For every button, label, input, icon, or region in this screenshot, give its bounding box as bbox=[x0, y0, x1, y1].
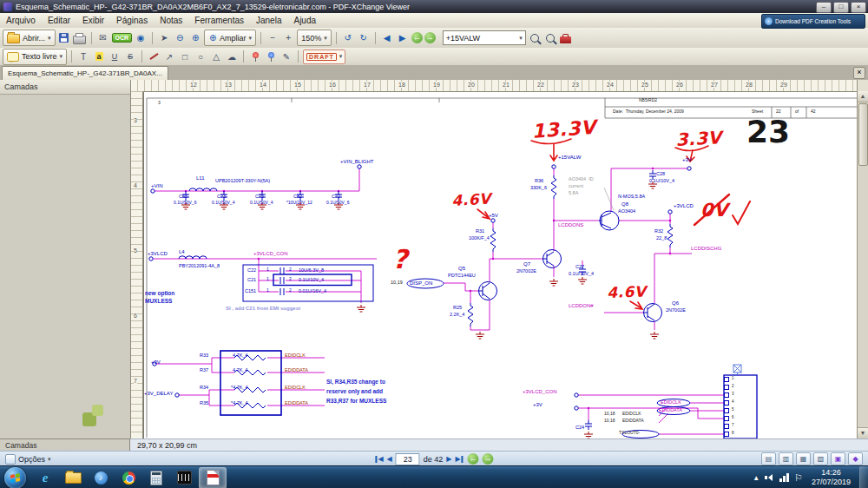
polygon-tool-button[interactable]: △ bbox=[209, 49, 223, 63]
separator bbox=[152, 32, 153, 44]
document-tab[interactable]: Esquema_Schematic_HP-_G42-371BR_DA0AX... bbox=[2, 66, 168, 80]
email-button[interactable]: ✉ bbox=[96, 31, 110, 45]
zoom-percent-dropdown[interactable]: 150% ▾ bbox=[297, 30, 332, 46]
document-canvas[interactable]: NB5/RD2Date: Thursday, December 24, 2009… bbox=[142, 91, 858, 439]
page-number-input[interactable]: 23 bbox=[396, 453, 420, 465]
menu-páginas[interactable]: Páginas bbox=[110, 15, 154, 26]
tab-close-button[interactable]: × bbox=[853, 67, 865, 79]
menu-exibir[interactable]: Exibir bbox=[76, 15, 110, 26]
next-view-button[interactable]: → bbox=[483, 453, 494, 465]
vertical-scrollbar[interactable]: ▲ ▼ bbox=[857, 91, 868, 439]
options-label: Opções bbox=[18, 455, 45, 464]
blue-pin-button[interactable] bbox=[264, 49, 278, 63]
hruler-number: 12 bbox=[189, 82, 198, 88]
menu-notas[interactable]: Notas bbox=[154, 15, 188, 26]
continuous-layout-button[interactable]: ▥ bbox=[779, 452, 793, 465]
select-tool-button[interactable]: ➤ bbox=[157, 31, 171, 45]
rotate-right-button[interactable]: ↻ bbox=[357, 31, 371, 45]
hidden-icons-button[interactable]: ▲ bbox=[753, 474, 760, 482]
action-center-flag-icon[interactable]: ⚐ bbox=[794, 472, 803, 484]
facing-layout-button[interactable]: ▦ bbox=[796, 452, 811, 465]
free-text-button[interactable]: Texto livre ▾ bbox=[3, 49, 67, 65]
network-icon[interactable] bbox=[779, 473, 789, 482]
arrow-tool-button[interactable]: ↗ bbox=[162, 49, 176, 63]
print-button[interactable] bbox=[73, 31, 87, 45]
history-back-button[interactable]: ← bbox=[411, 32, 423, 43]
save-button[interactable] bbox=[57, 31, 71, 45]
taskbar-chrome[interactable] bbox=[115, 468, 141, 488]
zoom-increase-button[interactable]: + bbox=[281, 31, 295, 45]
search-input[interactable]: +15VALW ▾ bbox=[443, 30, 526, 45]
promo-text: Download PDF Creation Tools bbox=[775, 18, 851, 24]
system-tray: ▲ ⚐ 14:26 27/07/2019 bbox=[753, 466, 868, 488]
minimize-button[interactable]: – bbox=[816, 2, 832, 13]
menu-editar[interactable]: Editar bbox=[42, 15, 76, 26]
previous-view-button[interactable]: ◀ bbox=[380, 31, 394, 45]
schematic-label: +3V_DELAY bbox=[144, 391, 173, 397]
schematic-label: C82 bbox=[293, 194, 302, 199]
menu-ferramentas[interactable]: Ferramentas bbox=[188, 15, 250, 26]
schematic-label: 2N7002E bbox=[666, 307, 686, 313]
rectangle-tool-button[interactable]: □ bbox=[178, 49, 192, 63]
first-page-button[interactable]: ◀ bbox=[374, 455, 383, 463]
folder-icon bbox=[65, 472, 82, 484]
next-view-button[interactable]: ▶ bbox=[396, 31, 410, 45]
scroll-up-button[interactable]: ▲ bbox=[858, 91, 868, 102]
layers-bottom-tab[interactable]: Camadas bbox=[0, 439, 130, 451]
zoom-out-tool-button[interactable]: ⊖ bbox=[173, 31, 187, 45]
ocr-button[interactable]: OCR bbox=[112, 31, 133, 45]
previous-view-button[interactable]: ← bbox=[468, 453, 479, 465]
title-bar: Esquema_Schematic_HP-_G42-371BR_DA0AX2MB… bbox=[0, 0, 868, 13]
toolbox-button[interactable] bbox=[559, 31, 573, 45]
reading-mode-button[interactable]: ◆ bbox=[848, 452, 863, 465]
close-button[interactable]: × bbox=[851, 2, 866, 13]
strikeout-button[interactable]: S bbox=[123, 49, 137, 63]
stamp-dropdown[interactable]: DRAFT ▾ bbox=[303, 49, 345, 64]
schematic-label: Q5 bbox=[458, 266, 465, 272]
taskbar-explorer[interactable] bbox=[60, 468, 86, 488]
show-desktop-button[interactable] bbox=[859, 466, 868, 488]
single-page-layout-button[interactable]: ▤ bbox=[761, 452, 776, 465]
start-button[interactable] bbox=[4, 467, 26, 488]
taskbar-clock[interactable]: 14:26 27/07/2019 bbox=[808, 468, 854, 488]
scrollbar-thumb[interactable] bbox=[858, 103, 868, 166]
pencil-tool-button[interactable]: ✎ bbox=[279, 49, 293, 63]
oval-tool-button[interactable]: ○ bbox=[194, 49, 207, 63]
open-button[interactable]: Abrir... ▾ bbox=[3, 30, 56, 46]
taskbar-media-player[interactable]: ♪ bbox=[88, 468, 114, 488]
facing-continuous-layout-button[interactable]: ▧ bbox=[813, 452, 828, 465]
highlight-button[interactable]: a bbox=[92, 49, 106, 63]
scroll-down-button[interactable]: ▼ bbox=[858, 427, 868, 439]
next-page-button[interactable]: ▶ bbox=[446, 455, 451, 463]
taskbar-internet-explorer[interactable]: e bbox=[32, 468, 58, 488]
previous-page-button[interactable]: ◀ bbox=[387, 455, 392, 463]
taskbar-pdf-xchange-active[interactable] bbox=[199, 467, 227, 488]
cloud-tool-button[interactable]: ☁ bbox=[225, 49, 239, 63]
snapshot-button[interactable]: ◉ bbox=[134, 31, 148, 45]
find-button[interactable] bbox=[528, 31, 542, 45]
red-pin-button[interactable] bbox=[248, 49, 262, 63]
menu-janela[interactable]: Janela bbox=[250, 15, 287, 26]
rotate-left-button[interactable]: ↺ bbox=[341, 31, 355, 45]
zoom-in-tool-button[interactable]: ⊕ bbox=[188, 31, 202, 45]
fullscreen-button[interactable]: ▣ bbox=[831, 452, 845, 465]
zoom-mode-dropdown[interactable]: ⊕ Ampliar ▾ bbox=[204, 30, 256, 46]
maximize-button[interactable]: □ bbox=[833, 2, 849, 13]
schematic-label: Q6 bbox=[672, 300, 679, 307]
zoom-decrease-button[interactable]: − bbox=[266, 31, 279, 45]
search-value: +15VALW bbox=[446, 34, 480, 43]
download-pdf-tools-banner[interactable]: Download PDF Creation Tools bbox=[761, 14, 865, 29]
taskbar-app-dark[interactable] bbox=[171, 468, 197, 488]
last-page-button[interactable]: ▶ bbox=[455, 455, 464, 463]
options-dropdown[interactable]: Opções ▾ bbox=[0, 454, 56, 465]
underline-button[interactable]: U bbox=[108, 49, 122, 63]
volume-icon[interactable] bbox=[765, 473, 774, 482]
menu-ajuda[interactable]: Ajuda bbox=[287, 15, 322, 26]
search-all-button[interactable] bbox=[543, 31, 557, 45]
line-tool-button[interactable] bbox=[147, 49, 161, 63]
navigation-bar: Opções ▾ ◀ ◀ 23 de 42 ▶ ▶ ← → ▤ ▥ ▦ ▧ ▣ … bbox=[0, 451, 868, 466]
typewriter-button[interactable]: T bbox=[76, 49, 90, 63]
menu-arquivo[interactable]: Arquivo bbox=[0, 15, 42, 26]
history-forward-button[interactable]: → bbox=[424, 32, 436, 43]
taskbar-calculator[interactable] bbox=[143, 468, 169, 488]
